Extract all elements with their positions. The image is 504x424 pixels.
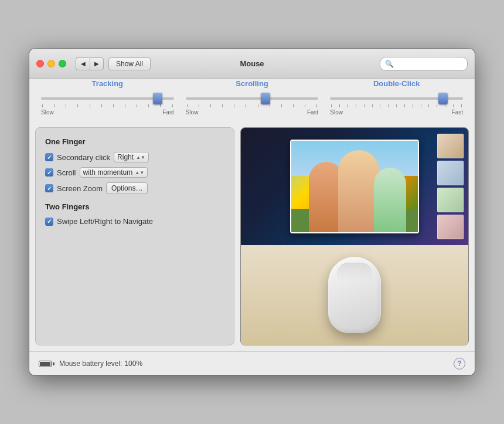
sliders-section: Tracking Slow Fast Scrolling bbox=[29, 79, 475, 127]
scroll-value: with momentum bbox=[83, 168, 133, 177]
screen-zoom-row: ✓ Screen Zoom Options… bbox=[45, 182, 224, 194]
scroll-label: Scroll bbox=[57, 168, 76, 177]
tracking-label: Tracking bbox=[92, 79, 123, 88]
screen-zoom-label: Screen Zoom bbox=[57, 184, 103, 193]
two-fingers-section: Two Fingers ✓ Swipe Left/Right to Naviga… bbox=[45, 202, 224, 226]
dblclick-slider-group: Double-Click Slow Fast bbox=[330, 79, 463, 116]
secondary-click-dropdown[interactable]: Right ▲▼ bbox=[114, 152, 149, 162]
thumbnail-1 bbox=[437, 134, 464, 158]
help-button[interactable]: ? bbox=[454, 358, 465, 369]
battery-percent: 100% bbox=[124, 359, 142, 368]
search-icon: 🔍 bbox=[385, 60, 394, 68]
maximize-button[interactable] bbox=[59, 60, 66, 67]
scrolling-slow-label: Slow bbox=[186, 109, 199, 116]
mouse-preview bbox=[241, 245, 468, 345]
dblclick-end-labels: Slow Fast bbox=[330, 109, 463, 116]
dblclick-slider-track[interactable] bbox=[330, 93, 463, 104]
back-button[interactable]: ◀ bbox=[76, 57, 90, 70]
secondary-click-label: Secondary click bbox=[57, 153, 110, 162]
tracking-slider-group: Tracking Slow Fast bbox=[41, 79, 174, 116]
magic-mouse-image bbox=[328, 257, 381, 333]
nav-buttons: ◀ ▶ bbox=[76, 57, 104, 70]
scrolling-slider-track[interactable] bbox=[186, 93, 319, 104]
secondary-click-row: ✓ Secondary click Right ▲▼ bbox=[45, 152, 224, 162]
photo-inner bbox=[290, 140, 419, 233]
scroll-checkmark-icon: ✓ bbox=[47, 169, 52, 176]
close-button[interactable] bbox=[36, 60, 44, 67]
status-bar: Mouse battery level: 100% ? bbox=[29, 351, 475, 375]
dblclick-slow-label: Slow bbox=[330, 109, 343, 116]
show-all-button[interactable]: Show All bbox=[108, 57, 151, 70]
dblclick-fast-label: Fast bbox=[452, 109, 463, 116]
swipe-checkbox[interactable]: ✓ bbox=[45, 218, 53, 226]
scroll-checkbox[interactable]: ✓ bbox=[45, 168, 53, 177]
battery-body bbox=[39, 361, 52, 367]
minimize-button[interactable] bbox=[47, 60, 55, 67]
secondary-click-checkbox[interactable]: ✓ bbox=[45, 153, 53, 161]
preview-area bbox=[240, 127, 469, 345]
checkmark-icon: ✓ bbox=[47, 154, 52, 161]
screen-zoom-options-button[interactable]: Options… bbox=[106, 182, 148, 194]
search-input[interactable] bbox=[396, 60, 462, 68]
main-window: ◀ ▶ Show All Mouse 🔍 Tracking bbox=[29, 49, 475, 375]
secondary-click-value: Right bbox=[117, 153, 134, 161]
person-silhouette-3 bbox=[374, 168, 406, 232]
window-title: Mouse bbox=[240, 59, 264, 68]
tracking-slow-label: Slow bbox=[41, 109, 54, 116]
dblclick-ticks bbox=[330, 104, 463, 107]
tracking-fast-label: Fast bbox=[162, 109, 173, 116]
titlebar: ◀ ▶ Show All Mouse 🔍 bbox=[29, 49, 475, 79]
dblclick-track bbox=[330, 97, 463, 100]
scrolling-track bbox=[186, 97, 319, 100]
main-panel: One Finger ✓ Secondary click Right ▲▼ ✓ … bbox=[29, 127, 475, 351]
swipe-label: Swipe Left/Right to Navigate bbox=[57, 217, 153, 226]
tracking-ticks bbox=[41, 104, 174, 107]
two-fingers-title: Two Fingers bbox=[45, 202, 224, 211]
person-silhouette-2 bbox=[338, 150, 379, 232]
dblclick-thumb[interactable] bbox=[438, 93, 448, 104]
scroll-dropdown-arrow-icon: ▲▼ bbox=[135, 170, 144, 175]
thumbnail-4 bbox=[437, 215, 464, 239]
swipe-row: ✓ Swipe Left/Right to Navigate bbox=[45, 217, 224, 226]
battery-fill bbox=[40, 362, 50, 366]
battery-tip bbox=[53, 362, 55, 365]
battery-icon bbox=[39, 361, 55, 367]
scrolling-label: Scrolling bbox=[236, 79, 268, 88]
battery-label: Mouse battery level: bbox=[59, 359, 122, 368]
dblclick-label: Double-Click bbox=[373, 79, 420, 88]
tracking-track bbox=[41, 97, 174, 100]
tracking-thumb[interactable] bbox=[153, 93, 162, 104]
scrolling-thumb[interactable] bbox=[261, 93, 270, 104]
dropdown-arrow-icon: ▲▼ bbox=[136, 155, 145, 160]
forward-button[interactable]: ▶ bbox=[90, 57, 104, 70]
photo-preview bbox=[241, 128, 468, 245]
thumbnail-3 bbox=[437, 188, 464, 212]
zoom-checkmark-icon: ✓ bbox=[47, 185, 52, 192]
scrolling-slider-group: Scrolling Slow Fast bbox=[186, 79, 319, 116]
tracking-slider-track[interactable] bbox=[41, 93, 174, 104]
swipe-checkmark-icon: ✓ bbox=[47, 218, 52, 225]
scrolling-fast-label: Fast bbox=[307, 109, 318, 116]
screen-zoom-checkbox[interactable]: ✓ bbox=[45, 184, 53, 192]
tracking-end-labels: Slow Fast bbox=[41, 109, 174, 116]
thumbnail-strip bbox=[437, 134, 464, 239]
scroll-row: ✓ Scroll with momentum ▲▼ bbox=[45, 167, 224, 178]
traffic-lights bbox=[36, 60, 66, 67]
search-box[interactable]: 🔍 bbox=[380, 57, 468, 71]
thumbnail-2 bbox=[437, 161, 464, 185]
one-finger-title: One Finger bbox=[45, 137, 224, 146]
scrolling-end-labels: Slow Fast bbox=[186, 109, 319, 116]
scrolling-ticks bbox=[186, 104, 319, 107]
scroll-dropdown[interactable]: with momentum ▲▼ bbox=[80, 167, 148, 178]
options-panel: One Finger ✓ Secondary click Right ▲▼ ✓ … bbox=[35, 127, 234, 345]
